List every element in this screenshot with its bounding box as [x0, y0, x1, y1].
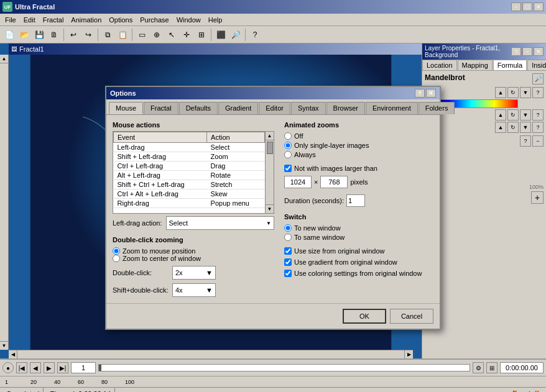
- table-row[interactable]: Ctrl + Left-drag Drag: [114, 162, 265, 171]
- time-input[interactable]: [500, 362, 544, 373]
- dbl-click-select[interactable]: 2x ▼: [172, 266, 216, 280]
- menu-purchase[interactable]: Purchase: [136, 16, 172, 24]
- fractal-window-name: Fractal1: [19, 45, 44, 53]
- action-cell: Skew: [207, 189, 265, 199]
- play-btn[interactable]: ▶: [44, 362, 55, 373]
- menu-help[interactable]: Help: [205, 16, 226, 24]
- duration-row: Duration (seconds):: [284, 194, 433, 207]
- ruler-mark: 100: [125, 379, 134, 385]
- dialog-tab-browser[interactable]: Browser: [326, 102, 365, 114]
- height-input[interactable]: [320, 176, 348, 188]
- not-with-images-check[interactable]: [284, 165, 292, 172]
- paste-button[interactable]: 📋: [116, 28, 129, 42]
- menu-animation[interactable]: Animation: [67, 16, 105, 24]
- table-scroll-thumb[interactable]: [267, 142, 273, 154]
- timeline-thumb[interactable]: [99, 365, 101, 371]
- dialog-tab-defaults[interactable]: Defaults: [179, 102, 218, 114]
- panel-close-btn[interactable]: ✕: [534, 47, 544, 56]
- first-frame-btn[interactable]: |◀: [16, 362, 27, 373]
- toolbar: 📄 📂 💾 🗎 ↩ ↪ ⧉ 📋 ▭ ⊕ ↖ ✛ ⊞ ⬛ 🔎 ?: [0, 26, 546, 43]
- duration-input[interactable]: [346, 194, 365, 207]
- help-button[interactable]: ?: [248, 28, 262, 42]
- zoom-tool[interactable]: ⊕: [150, 28, 164, 42]
- timeline-track[interactable]: [98, 364, 470, 371]
- chk-size[interactable]: [284, 247, 292, 255]
- dialog-tab-folders[interactable]: Folders: [419, 102, 455, 114]
- anim-always-radio[interactable]: [284, 151, 292, 158]
- table-row[interactable]: Alt + Left-drag Rotate: [114, 171, 265, 180]
- table-scroll-down[interactable]: ▼: [266, 204, 274, 213]
- toolbar-sep2: [98, 29, 98, 41]
- event-cell: Alt + Left-drag: [114, 171, 207, 180]
- browse-button[interactable]: 🔎: [229, 28, 243, 42]
- switch-new-radio[interactable]: [284, 224, 292, 232]
- frame-input[interactable]: [71, 362, 96, 373]
- dbl-zoom-center-radio[interactable]: [113, 255, 120, 262]
- dbl-click-label: Double-click zooming: [113, 236, 274, 244]
- panel-min-btn[interactable]: −: [522, 47, 532, 56]
- ok-button[interactable]: OK: [343, 309, 386, 324]
- table-row[interactable]: Shift + Ctrl + Left-drag Stretch: [114, 180, 265, 189]
- copy-button[interactable]: ⧉: [101, 28, 114, 42]
- dialog-close-btn[interactable]: ✕: [426, 89, 436, 98]
- crosshair-tool[interactable]: ✛: [180, 28, 193, 42]
- redo-button[interactable]: ↪: [81, 28, 95, 42]
- new-button[interactable]: 📄: [2, 28, 16, 42]
- ruler-mark: 80: [101, 379, 108, 385]
- timeline-settings-btn[interactable]: ⚙: [473, 362, 484, 373]
- dialog-title: Options ? ✕: [106, 87, 440, 99]
- last-frame-btn[interactable]: ▶|: [57, 362, 68, 373]
- undo-button[interactable]: ↩: [67, 28, 80, 42]
- dialog-help-btn[interactable]: ?: [415, 89, 425, 98]
- shift-dbl-select[interactable]: 4x ▼: [172, 283, 216, 297]
- dialog-tab-syntax[interactable]: Syntax: [291, 102, 326, 114]
- table-row[interactable]: Right-drag Popup menu: [114, 199, 265, 208]
- left-drag-label: Left-drag action:: [113, 219, 162, 227]
- minimize-button[interactable]: −: [511, 2, 521, 11]
- dialog-tab-gradient[interactable]: Gradient: [218, 102, 258, 114]
- cancel-button[interactable]: Cancel: [390, 309, 433, 324]
- table-scroll-up[interactable]: ▲: [266, 132, 274, 140]
- table-scrollbar[interactable]: ▲ ▼: [265, 132, 274, 213]
- dbl-zoom-mouse-label: Zoom to mouse position: [123, 247, 195, 255]
- close-button[interactable]: ✕: [534, 2, 544, 11]
- dialog-tab-mouse[interactable]: Mouse: [109, 102, 143, 114]
- width-input[interactable]: [284, 176, 312, 188]
- panel-help-btn[interactable]: ?: [511, 47, 521, 56]
- dialog-body: Mouse actions Event Action: [106, 114, 440, 303]
- menu-fractal[interactable]: Fractal: [39, 16, 68, 24]
- pan-tool[interactable]: ⊞: [195, 28, 208, 42]
- dialog-tab-editor[interactable]: Editor: [259, 102, 290, 114]
- menu-options[interactable]: Options: [105, 16, 136, 24]
- table-row[interactable]: Shift + Left-drag Zoom: [114, 152, 265, 162]
- dialog-tab-fractal[interactable]: Fractal: [144, 102, 178, 114]
- save-all-button[interactable]: 🗎: [47, 28, 61, 42]
- open-button[interactable]: 📂: [17, 28, 31, 42]
- save-button[interactable]: 💾: [32, 28, 46, 42]
- prev-frame-btn[interactable]: ◀: [30, 362, 41, 373]
- menu-window[interactable]: Window: [173, 16, 205, 24]
- menu-file[interactable]: File: [1, 16, 20, 24]
- chk-gradient[interactable]: [284, 258, 292, 266]
- switch-same-radio[interactable]: [284, 234, 292, 241]
- anim-single-radio[interactable]: [284, 142, 292, 149]
- dbl-zoom-mouse-radio[interactable]: [113, 247, 120, 255]
- menu-edit[interactable]: Edit: [20, 16, 39, 24]
- status-bar: Completed Elapsed: 0:00:00.14 Fractall: [0, 387, 546, 392]
- cursor-tool[interactable]: ↖: [165, 28, 178, 42]
- table-row[interactable]: Ctrl + Alt + Left-drag Skew: [114, 189, 265, 199]
- event-cell: Right-drag: [114, 199, 207, 208]
- select-tool[interactable]: ▭: [135, 28, 149, 42]
- left-drag-dropdown[interactable]: Select ▼: [166, 216, 275, 230]
- chk-coloring-row: Use coloring settings from original wind…: [284, 270, 433, 277]
- dialog-tab-env[interactable]: Environment: [366, 102, 418, 114]
- timeline-extra-btn[interactable]: ⊞: [486, 362, 497, 373]
- circle-btn[interactable]: ●: [2, 362, 14, 373]
- table-row[interactable]: Left-drag Select: [114, 143, 265, 152]
- anim-off-radio[interactable]: [284, 132, 292, 140]
- render-button[interactable]: ⬛: [214, 28, 228, 42]
- not-with-images-row: Not with images larger than: [284, 165, 433, 172]
- duration-label: Duration (seconds):: [284, 197, 344, 204]
- chk-coloring[interactable]: [284, 270, 292, 277]
- maximize-button[interactable]: □: [522, 2, 532, 11]
